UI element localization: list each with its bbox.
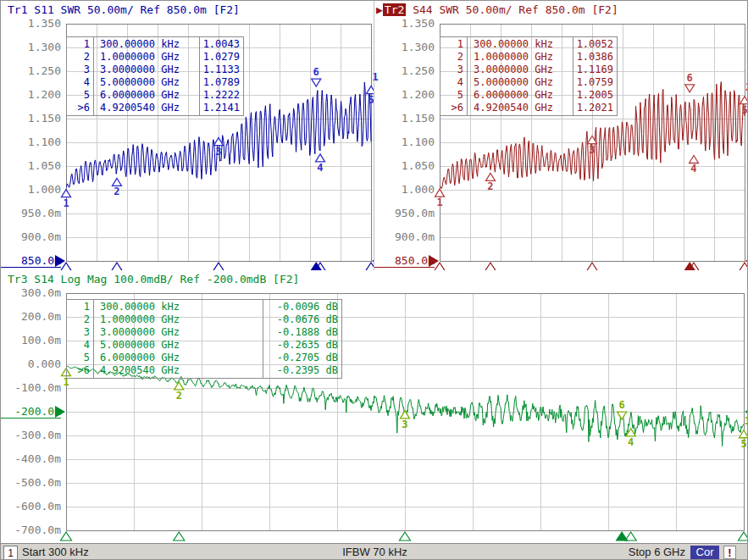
y-axis-label: -500.0m [1,477,61,489]
vna-window: Tr1 S11 SWR 50.00m/ Ref 850.0m [F2] 1234… [0,0,748,560]
warning-badge[interactable]: ! [723,546,736,559]
marker-3-glyph-label[interactable]: 3 [208,147,229,158]
marker-frequency-cell: 3.0000000 GHz [100,326,180,339]
y-axis-label: -700.0m [1,524,61,536]
marker-5-glyph-label[interactable]: 5 [734,439,748,450]
marker-value-cell: -0.0096 dB [277,301,338,313]
marker-value-cell: 1.0759 [577,76,613,89]
marker-table-row: 33.0000000 GHz1.1133 [67,64,243,76]
marker-2-glyph-label[interactable]: 2 [480,181,501,192]
trace1-panel: Tr1 S11 SWR 50.00m/ Ref 850.0m [F2] 1234… [1,1,374,270]
trace-number-indicator: 3 [745,415,748,426]
y-axis-label: 1.050 [1,160,61,172]
marker-frequency-cell: 1.0000000 GHz [100,51,180,64]
marker-frequency-cell: 300.00000 kHz [100,38,180,51]
y-axis-label: 1.150 [374,113,435,125]
marker-number-cell: 3 [440,64,463,76]
marker-frequency-cell: 1.0000000 GHz [100,313,180,326]
marker-frequency-cell: 6.0000000 GHz [100,89,180,102]
marker-number-cell: 5 [67,352,90,364]
marker-table-row: 1300.00000 kHz1.0043 [67,38,243,51]
marker-number-cell: 1 [440,38,463,51]
y-axis-label: 1.050 [374,160,435,172]
y-axis-label: 850.0m [374,255,435,268]
marker-number-cell: >6 [67,102,90,114]
y-axis-label: 1.100 [374,136,435,148]
marker-number-cell: 4 [67,339,90,352]
marker-frequency-cell: 4.9200540 GHz [100,102,180,114]
marker-value-cell: 1.0386 [577,51,613,64]
marker-frequency-cell: 1.0000000 GHz [474,51,553,64]
marker-5-glyph-label[interactable]: 5 [734,105,748,116]
marker-value-cell: 1.0052 [577,38,613,51]
marker-table: 1300.00000 kHz1.004321.0000000 GHz1.0279… [66,36,244,116]
marker-value-cell: 1.0043 [203,38,240,51]
y-axis-label: 950.0m [1,208,61,219]
active-trace-arrow-icon: ▶ [376,3,383,16]
y-axis-label: -600.0m [1,501,61,513]
y-axis-label: 900.0m [1,231,61,243]
marker-4-glyph-label[interactable]: 4 [310,163,330,174]
marker-6-glyph-label[interactable]: 6 [612,400,632,411]
marker-table-row: >64.9200540 GHz1.2141 [67,102,243,114]
trace3-header-text: S14 Log Mag 100.0mdB/ Ref -200.0mdB [F2] [27,273,299,286]
marker-table-row: 45.0000000 GHz-0.2635 dB [67,339,341,352]
marker-frequency-cell: 5.0000000 GHz [474,76,553,89]
marker-table-row: 21.0000000 GHz-0.0676 dB [67,313,341,326]
marker-3-glyph-label[interactable]: 3 [395,419,415,430]
trace1-header[interactable]: Tr1 S11 SWR 50.00m/ Ref 850.0m [F2] [8,3,240,16]
marker-table-row: 21.0000000 GHz1.0386 [440,51,617,64]
marker-value-cell: -0.2395 dB [277,364,338,377]
y-axis-label: 1.200 [1,89,61,101]
stop-frequency-label[interactable]: Stop 6 GHz [516,546,685,559]
marker-4-glyph-label[interactable]: 4 [621,437,641,448]
marker-number-cell: 1 [67,301,90,313]
y-axis-label: 900.0m [374,231,435,243]
y-axis-label: 1.000 [374,184,435,196]
marker-number-cell: >6 [440,102,463,114]
marker-frequency-cell: 6.0000000 GHz [100,352,180,364]
marker-frequency-cell: 3.0000000 GHz [100,64,180,76]
y-axis-label: 1.300 [1,42,61,53]
marker-value-cell: 1.0279 [203,51,240,64]
trace2-panel: ▶Tr2 S44 SWR 50.00m/ Ref 850.0m [F2] 123… [374,1,748,270]
trace1-label[interactable]: Tr1 [8,3,27,16]
marker-table-row: >64.9200540 GHz-0.2395 dB [67,364,341,377]
correction-status-badge: Cor [690,546,719,559]
marker-6-glyph-label[interactable]: 6 [306,67,326,78]
y-axis-label: 200.0m [1,311,61,323]
marker-number-cell: 2 [67,51,90,64]
trace1-header-text: S11 SWR 50.00m/ Ref 850.0m [F2] [27,3,239,16]
marker-table-row: 45.0000000 GHz1.0789 [67,76,243,89]
marker-frequency-cell: 300.00000 kHz [474,38,553,51]
y-axis-label: 1.100 [1,136,61,148]
marker-frequency-cell: 4.9200540 GHz [474,102,553,114]
marker-2-glyph-label[interactable]: 2 [169,391,189,402]
marker-value-cell: 1.2141 [203,102,240,114]
marker-table-row: 56.0000000 GHz1.2222 [67,89,243,102]
marker-number-cell: 4 [440,76,463,89]
marker-table-row: 1300.00000 kHz-0.0096 dB [67,301,341,313]
marker-value-cell: 1.0789 [203,76,240,89]
marker-table-row: 1300.00000 kHz1.0052 [440,38,617,51]
marker-frequency-cell: 5.0000000 GHz [100,76,180,89]
y-axis-label: 1.300 [374,42,435,53]
marker-frequency-cell: 6.0000000 GHz [474,89,553,102]
y-axis-label: 1.000 [1,184,61,196]
trace2-header[interactable]: ▶Tr2 S44 SWR 50.00m/ Ref 850.0m [F2] [376,3,618,16]
y-axis-label: 1.150 [1,113,61,125]
marker-6-glyph-label[interactable]: 6 [679,73,700,84]
marker-number-cell: 4 [67,76,90,89]
marker-number-cell: 3 [67,326,90,339]
trace3-header[interactable]: Tr3 S14 Log Mag 100.0mdB/ Ref -200.0mdB … [8,273,299,286]
trace3-label[interactable]: Tr3 [8,273,27,286]
marker-4-glyph-label[interactable]: 4 [684,164,704,175]
trace2-label[interactable]: Tr2 [383,3,406,16]
y-axis-label: 1.250 [374,65,435,77]
marker-2-glyph-label[interactable]: 2 [107,186,127,197]
marker-number-cell: 5 [67,89,90,102]
y-axis-label: -400.0m [1,453,61,465]
marker-3-glyph-label[interactable]: 3 [582,145,602,156]
marker-value-cell: -0.2705 dB [277,352,338,364]
y-axis-label: 0.000 [1,358,61,370]
